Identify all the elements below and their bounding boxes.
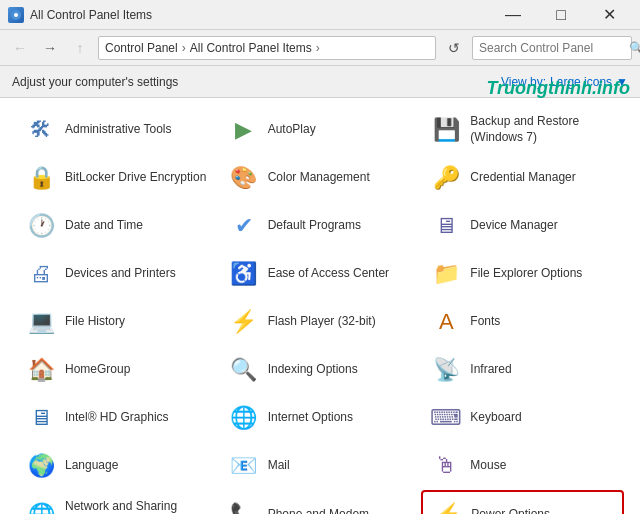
autoplay-icon: ▶ bbox=[228, 114, 260, 146]
power-options-label: Power Options bbox=[471, 507, 550, 514]
phone-modem-label: Phone and Modem bbox=[268, 507, 369, 514]
item-autoplay[interactable]: ▶AutoPlay bbox=[219, 106, 422, 154]
intel-graphics-icon: 🖥 bbox=[25, 402, 57, 434]
item-date-time[interactable]: 🕐Date and Time bbox=[16, 202, 219, 250]
item-indexing-options[interactable]: 🔍Indexing Options bbox=[219, 346, 422, 394]
indexing-options-label: Indexing Options bbox=[268, 362, 358, 378]
flash-player-icon: ⚡ bbox=[228, 306, 260, 338]
power-options-icon: ⚡ bbox=[431, 499, 463, 514]
fonts-label: Fonts bbox=[470, 314, 500, 330]
item-network-sharing[interactable]: 🌐Network and Sharing Center bbox=[16, 490, 219, 514]
item-language[interactable]: 🌍Language bbox=[16, 442, 219, 490]
fonts-icon: A bbox=[430, 306, 462, 338]
back-button[interactable]: ← bbox=[8, 36, 32, 60]
item-default-programs[interactable]: ✔Default Programs bbox=[219, 202, 422, 250]
close-button[interactable]: ✕ bbox=[586, 0, 632, 30]
bitlocker-icon: 🔒 bbox=[25, 162, 57, 194]
item-flash-player[interactable]: ⚡Flash Player (32-bit) bbox=[219, 298, 422, 346]
homegroup-icon: 🏠 bbox=[25, 354, 57, 386]
credential-manager-icon: 🔑 bbox=[430, 162, 462, 194]
mouse-label: Mouse bbox=[470, 458, 506, 474]
item-phone-modem[interactable]: 📞Phone and Modem bbox=[219, 490, 422, 514]
autoplay-label: AutoPlay bbox=[268, 122, 316, 138]
mail-label: Mail bbox=[268, 458, 290, 474]
file-history-label: File History bbox=[65, 314, 125, 330]
title-bar: All Control Panel Items — □ ✕ bbox=[0, 0, 640, 30]
homegroup-label: HomeGroup bbox=[65, 362, 130, 378]
color-management-icon: 🎨 bbox=[228, 162, 260, 194]
intel-graphics-label: Intel® HD Graphics bbox=[65, 410, 169, 426]
internet-options-label: Internet Options bbox=[268, 410, 353, 426]
indexing-options-icon: 🔍 bbox=[228, 354, 260, 386]
item-devices-printers[interactable]: 🖨Devices and Printers bbox=[16, 250, 219, 298]
internet-options-icon: 🌐 bbox=[228, 402, 260, 434]
window-controls: — □ ✕ bbox=[490, 0, 632, 30]
window-title: All Control Panel Items bbox=[30, 8, 152, 22]
item-administrative-tools[interactable]: 🛠Administrative Tools bbox=[16, 106, 219, 154]
toolbar-label: Adjust your computer's settings bbox=[12, 75, 178, 89]
language-label: Language bbox=[65, 458, 118, 474]
item-file-history[interactable]: 💻File History bbox=[16, 298, 219, 346]
item-device-manager[interactable]: 🖥Device Manager bbox=[421, 202, 624, 250]
device-manager-icon: 🖥 bbox=[430, 210, 462, 242]
item-infrared[interactable]: 📡Infrared bbox=[421, 346, 624, 394]
ease-of-access-label: Ease of Access Center bbox=[268, 266, 389, 282]
breadcrumb-sep-1: › bbox=[182, 41, 186, 55]
backup-restore-icon: 💾 bbox=[430, 114, 462, 146]
app-icon bbox=[8, 7, 24, 23]
date-time-label: Date and Time bbox=[65, 218, 143, 234]
file-history-icon: 💻 bbox=[25, 306, 57, 338]
items-grid: 🛠Administrative Tools▶AutoPlay💾Backup an… bbox=[16, 106, 624, 514]
search-icon: 🔍 bbox=[629, 41, 640, 55]
item-intel-graphics[interactable]: 🖥Intel® HD Graphics bbox=[16, 394, 219, 442]
content-area: 🛠Administrative Tools▶AutoPlay💾Backup an… bbox=[0, 98, 640, 514]
credential-manager-label: Credential Manager bbox=[470, 170, 575, 186]
search-input[interactable] bbox=[479, 41, 629, 55]
backup-restore-label: Backup and Restore (Windows 7) bbox=[470, 114, 615, 145]
forward-button[interactable]: → bbox=[38, 36, 62, 60]
item-ease-of-access[interactable]: ♿Ease of Access Center bbox=[219, 250, 422, 298]
color-management-label: Color Management bbox=[268, 170, 370, 186]
minimize-button[interactable]: — bbox=[490, 0, 536, 30]
administrative-tools-label: Administrative Tools bbox=[65, 122, 172, 138]
phone-modem-icon: 📞 bbox=[228, 499, 260, 514]
up-button[interactable]: ↑ bbox=[68, 36, 92, 60]
administrative-tools-icon: 🛠 bbox=[25, 114, 57, 146]
mouse-icon: 🖱 bbox=[430, 450, 462, 482]
file-explorer-icon: 📁 bbox=[430, 258, 462, 290]
item-mouse[interactable]: 🖱Mouse bbox=[421, 442, 624, 490]
item-internet-options[interactable]: 🌐Internet Options bbox=[219, 394, 422, 442]
item-bitlocker[interactable]: 🔒BitLocker Drive Encryption bbox=[16, 154, 219, 202]
svg-point-1 bbox=[14, 13, 18, 17]
refresh-button[interactable]: ↺ bbox=[442, 36, 466, 60]
breadcrumb[interactable]: Control Panel › All Control Panel Items … bbox=[98, 36, 436, 60]
search-box[interactable]: 🔍 bbox=[472, 36, 632, 60]
item-backup-restore[interactable]: 💾Backup and Restore (Windows 7) bbox=[421, 106, 624, 154]
keyboard-label: Keyboard bbox=[470, 410, 521, 426]
devices-printers-icon: 🖨 bbox=[25, 258, 57, 290]
devices-printers-label: Devices and Printers bbox=[65, 266, 176, 282]
item-keyboard[interactable]: ⌨Keyboard bbox=[421, 394, 624, 442]
maximize-button[interactable]: □ bbox=[538, 0, 584, 30]
watermark: Truongthinh.info bbox=[486, 78, 630, 99]
language-icon: 🌍 bbox=[25, 450, 57, 482]
title-bar-left: All Control Panel Items bbox=[8, 7, 152, 23]
item-mail[interactable]: 📧Mail bbox=[219, 442, 422, 490]
device-manager-label: Device Manager bbox=[470, 218, 557, 234]
item-credential-manager[interactable]: 🔑Credential Manager bbox=[421, 154, 624, 202]
breadcrumb-root: Control Panel bbox=[105, 41, 178, 55]
mail-icon: 📧 bbox=[228, 450, 260, 482]
file-explorer-label: File Explorer Options bbox=[470, 266, 582, 282]
item-color-management[interactable]: 🎨Color Management bbox=[219, 154, 422, 202]
keyboard-icon: ⌨ bbox=[430, 402, 462, 434]
item-file-explorer[interactable]: 📁File Explorer Options bbox=[421, 250, 624, 298]
infrared-label: Infrared bbox=[470, 362, 511, 378]
breadcrumb-current: All Control Panel Items bbox=[190, 41, 312, 55]
network-sharing-label: Network and Sharing Center bbox=[65, 499, 210, 514]
item-fonts[interactable]: AFonts bbox=[421, 298, 624, 346]
item-power-options[interactable]: ⚡Power Options bbox=[421, 490, 624, 514]
date-time-icon: 🕐 bbox=[25, 210, 57, 242]
item-homegroup[interactable]: 🏠HomeGroup bbox=[16, 346, 219, 394]
default-programs-label: Default Programs bbox=[268, 218, 361, 234]
address-bar: ← → ↑ Control Panel › All Control Panel … bbox=[0, 30, 640, 66]
